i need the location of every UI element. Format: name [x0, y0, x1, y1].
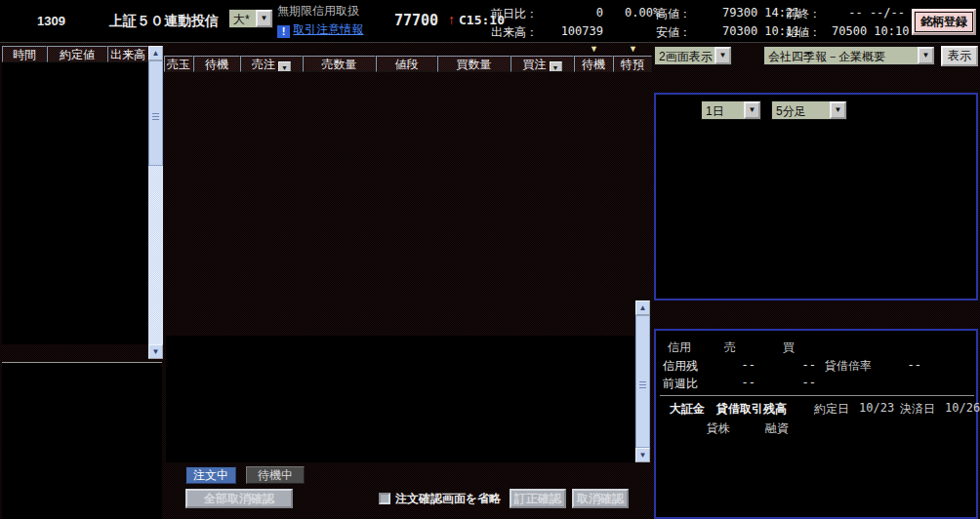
scrollbar-grip	[152, 113, 159, 120]
candlestick-chart	[656, 123, 976, 299]
credit-head-sell: 売	[724, 339, 736, 356]
order-tab-bar	[166, 283, 634, 300]
dropdown-arrow-icon[interactable]: ▼	[830, 101, 846, 119]
credit-balance-buy: --	[775, 358, 816, 372]
dropdown-arrow-icon[interactable]: ▼	[715, 47, 731, 64]
scroll-down-icon: ▼	[639, 451, 647, 459]
lot-size-select[interactable]: 大* ▼	[228, 9, 273, 28]
stock-code: 1309	[37, 14, 65, 28]
orders-scroll-up-button[interactable]: ▲	[635, 300, 650, 315]
screen-layout-value: 2画面表示	[655, 47, 715, 64]
settle-date-value: 10/26	[945, 401, 980, 415]
orders-scrollbar-thumb[interactable]	[635, 315, 650, 448]
filter-ordering-button[interactable]: 注文中	[185, 466, 236, 484]
dropdown-arrow-icon[interactable]: ▼	[744, 101, 760, 119]
stock-name: 上証５０連動投信	[109, 13, 219, 30]
scroll-up-icon: ▲	[639, 303, 647, 312]
settle-date-label: 決済日	[900, 401, 935, 418]
taisyokin-title: 大証金	[670, 401, 705, 418]
trading-terminal-window: { "icons": { "dropdown_arrow": "▼", "scr…	[0, 0, 980, 519]
open-value: 70500 10:10	[832, 24, 909, 38]
show-button[interactable]: 表示	[941, 46, 978, 66]
book-col-sell-pos: 売玉	[164, 56, 193, 72]
lot-size-value: 大*	[229, 10, 256, 27]
prev-diff-value: 0	[547, 6, 603, 20]
open-label: 始値：	[786, 24, 821, 41]
divider	[660, 395, 974, 396]
week-over-week-label: 前週比	[663, 376, 698, 392]
account-summary-panel	[2, 362, 162, 519]
high-label: 高値：	[656, 6, 691, 22]
cancel-all-confirm-button[interactable]: 全部取消確認	[185, 489, 293, 508]
dropdown-arrow-icon[interactable]: ▼	[918, 47, 934, 64]
chart-panel: 1日 ▼ 5分足 ▼	[654, 93, 978, 300]
scroll-up-icon: ▲	[152, 49, 160, 58]
book-col-buy-order: 買注▼	[510, 56, 574, 72]
financing-col-label: 融資	[765, 420, 789, 437]
book-col-price: 値段	[376, 56, 437, 72]
trade-date-value: 10/23	[859, 401, 894, 415]
price-up-arrow-icon: ↑	[448, 12, 455, 27]
chart-period-select[interactable]: 1日 ▼	[701, 100, 761, 120]
taisyokin-subtitle: 貸借取引残高	[716, 401, 787, 418]
scrollbar-grip	[639, 381, 646, 388]
skip-confirm-checkbox-row[interactable]: 注文確認画面を省略	[379, 491, 501, 507]
trade-notice-link[interactable]: ! 取引注意情報	[277, 21, 363, 38]
credit-head-label: 信用	[668, 339, 691, 356]
screen-layout-select[interactable]: 2画面表示 ▼	[654, 46, 732, 65]
right-top-tab-bar	[654, 73, 959, 93]
dropdown-arrow-icon[interactable]: ▼	[256, 10, 272, 27]
tape-scroll-down-button[interactable]: ▼	[148, 344, 163, 359]
right-bottom-tab-bar	[654, 309, 959, 329]
confirm-cancel-button[interactable]: 取消確認	[572, 489, 629, 508]
prev-close-label: 前終：	[786, 6, 821, 22]
column-marker-icon: ▼	[590, 44, 598, 54]
order-book	[164, 72, 652, 275]
book-column-markers: ▼ ▼	[164, 44, 652, 56]
current-price: 77700	[394, 12, 438, 29]
loan-ratio-value: --	[890, 358, 921, 372]
book-col-wait-sell: 待機	[193, 56, 240, 72]
loan-ratio-label: 貸借倍率	[825, 358, 872, 375]
chart-period-value: 1日	[702, 101, 744, 119]
tape-scrollbar-thumb[interactable]	[148, 60, 163, 166]
confirm-edit-button[interactable]: 訂正確認	[510, 489, 566, 508]
tape-col-price: 約定値	[47, 46, 107, 62]
header-bar: 1309 上証５０連動投信 大* ▼ 無期限信用取扱 ! 取引注意情報 7770…	[0, 0, 980, 43]
prev-close-value: -- --/--	[835, 6, 905, 20]
tape-list	[2, 62, 148, 344]
skip-confirm-label: 注文確認画面を省略	[395, 492, 501, 505]
checkbox-icon[interactable]	[379, 493, 390, 504]
chart-interval-value: 5分足	[772, 101, 830, 119]
low-label: 安値：	[656, 24, 691, 41]
credit-head-buy: 買	[783, 339, 795, 356]
volume-label: 出来高：	[491, 24, 538, 41]
stock-loan-col-label: 貸株	[707, 420, 730, 437]
credit-balance-sell: --	[715, 358, 755, 372]
sell-order-dropdown-icon[interactable]: ▼	[278, 61, 291, 72]
volume-value: 100739	[547, 24, 603, 38]
tape-col-volume: 出来高	[107, 46, 148, 62]
book-col-sell-qty: 売数量	[303, 56, 376, 72]
book-col-sell-order: 売注▼	[240, 56, 303, 72]
orders-scroll-down-button[interactable]: ▼	[635, 448, 650, 462]
column-marker-icon: ▼	[629, 44, 637, 54]
prev-diff-pct: 0.00%	[625, 6, 660, 20]
tape-scroll-up-button[interactable]: ▲	[148, 46, 163, 60]
week-over-week-sell: --	[715, 376, 755, 389]
credit-panel: 信用 売 買 信用残 -- -- 貸借倍率 -- 前週比 -- -- 大証金 貸…	[654, 329, 978, 519]
credit-balance-label: 信用残	[663, 358, 698, 375]
content-select-value: 会社四季報－企業概要	[764, 47, 918, 64]
buy-order-dropdown-icon[interactable]: ▼	[550, 61, 562, 72]
book-header: 売玉 待機 売注▼ 売数量 値段 買数量 買注▼ 待機 特預	[164, 56, 652, 72]
register-symbol-button[interactable]: 銘柄登録	[912, 9, 976, 35]
content-select[interactable]: 会社四季報－企業概要 ▼	[763, 46, 935, 65]
tape-header: 時間 約定値 出来高	[2, 46, 148, 62]
filter-waiting-button[interactable]: 待機中	[246, 466, 305, 484]
scroll-down-icon: ▼	[152, 347, 160, 356]
chart-interval-select[interactable]: 5分足 ▼	[771, 100, 847, 120]
orders-table-header	[166, 300, 634, 336]
orders-list[interactable]	[166, 336, 634, 462]
notice-bang-icon: !	[277, 25, 290, 38]
margin-type-label: 無期限信用取扱	[277, 3, 359, 20]
